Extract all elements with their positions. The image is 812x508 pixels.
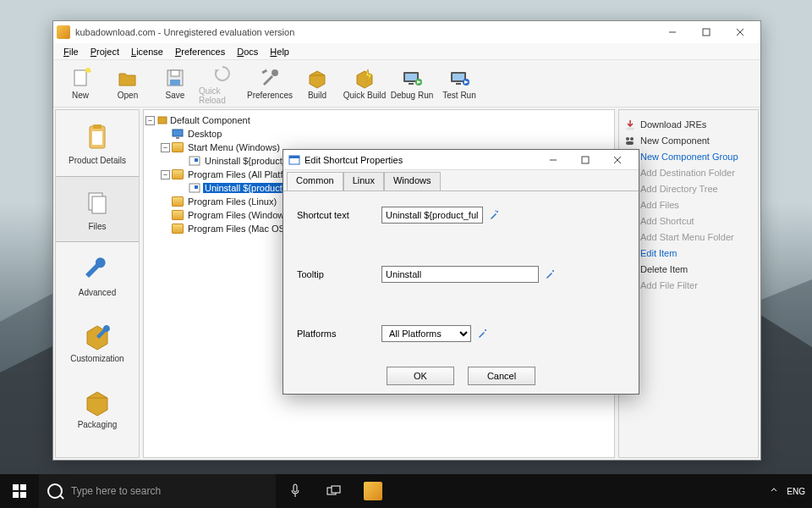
wrench-icon bbox=[82, 254, 112, 284]
action-new-component[interactable]: New Component bbox=[624, 133, 753, 148]
nav-packaging[interactable]: Packaging bbox=[56, 374, 139, 440]
expand-icon[interactable]: − bbox=[161, 170, 170, 179]
edit-shortcut-dialog: Edit Shortcut Properties CommonLinuxWind… bbox=[283, 149, 639, 395]
cancel-button[interactable]: Cancel bbox=[468, 367, 535, 385]
wand-icon[interactable] bbox=[476, 328, 488, 340]
svg-rect-71 bbox=[20, 484, 26, 490]
svg-rect-20 bbox=[405, 74, 417, 80]
action-add-file-filter: Add File Filter bbox=[624, 278, 753, 293]
menu-project[interactable]: Project bbox=[85, 45, 124, 58]
taskbar-app-icon[interactable] bbox=[354, 474, 392, 508]
svg-point-8 bbox=[85, 68, 91, 73]
close-button[interactable] bbox=[723, 22, 757, 42]
svg-point-68 bbox=[552, 270, 554, 272]
minimize-button[interactable] bbox=[656, 22, 689, 42]
tab-windows[interactable]: Windows bbox=[384, 172, 441, 190]
toolbar: NewOpenSaveQuick ReloadPreferencesBuildQ… bbox=[53, 60, 760, 108]
svg-rect-11 bbox=[170, 80, 180, 86]
menu-docs[interactable]: Docs bbox=[232, 45, 263, 58]
expand-icon[interactable]: − bbox=[145, 116, 155, 125]
nav-files[interactable]: Files bbox=[56, 176, 139, 242]
save-icon bbox=[164, 67, 186, 89]
svg-point-66 bbox=[497, 211, 498, 213]
start-button[interactable] bbox=[0, 474, 39, 508]
language-indicator[interactable]: ENG bbox=[787, 487, 805, 496]
menu-preferences[interactable]: Preferences bbox=[170, 45, 230, 58]
svg-point-67 bbox=[495, 210, 496, 211]
menu-license[interactable]: License bbox=[126, 45, 168, 58]
svg-rect-70 bbox=[13, 484, 19, 490]
toolbar-build[interactable]: Build bbox=[294, 63, 341, 105]
dialog-close-button[interactable] bbox=[601, 151, 634, 169]
cortana-mic-icon[interactable] bbox=[276, 474, 315, 508]
tray-chevron-icon[interactable] bbox=[770, 486, 778, 496]
action-new-component-group[interactable]: New Component Group bbox=[624, 149, 753, 164]
left-nav: Product DetailsFilesAdvancedCustomizatio… bbox=[55, 109, 140, 458]
box-icon bbox=[82, 386, 112, 417]
taskbar-search[interactable]: Type here to search bbox=[39, 474, 276, 508]
action-edit-item[interactable]: Edit Item bbox=[624, 246, 753, 261]
svg-point-46 bbox=[630, 137, 634, 141]
toolbar-new[interactable]: New bbox=[57, 63, 104, 105]
nav-advanced[interactable]: Advanced bbox=[56, 242, 139, 308]
menu-help[interactable]: Help bbox=[265, 45, 294, 58]
titlebar[interactable]: kubadownload.com - Unregistered evaluati… bbox=[53, 21, 760, 43]
menubar: FileProjectLicensePreferencesDocsHelp bbox=[53, 43, 760, 60]
task-view-icon[interactable] bbox=[315, 474, 354, 508]
desktop-icon bbox=[172, 129, 184, 139]
tooltip-input[interactable] bbox=[381, 266, 539, 283]
action-add-start-menu-folder: Add Start Menu Folder bbox=[624, 229, 753, 245]
toolbar-open[interactable]: Open bbox=[104, 63, 151, 105]
svg-rect-6 bbox=[74, 70, 86, 86]
dialog-tabs: CommonLinuxWindows bbox=[283, 172, 639, 190]
svg-point-69 bbox=[485, 329, 486, 331]
nav-customization[interactable]: Customization bbox=[56, 308, 139, 374]
shortcut-text-input[interactable] bbox=[381, 207, 483, 224]
download-icon bbox=[624, 119, 636, 130]
toolbar-test-run[interactable]: Test Run bbox=[436, 63, 483, 105]
svg-rect-25 bbox=[453, 74, 464, 80]
tab-common[interactable]: Common bbox=[287, 172, 343, 190]
expand-icon[interactable]: − bbox=[161, 143, 170, 152]
system-tray[interactable]: ENG bbox=[763, 486, 812, 496]
toolbar-save[interactable]: Save bbox=[151, 63, 199, 105]
svg-rect-73 bbox=[20, 492, 26, 498]
tree-item[interactable]: Desktop bbox=[145, 127, 612, 141]
platforms-label: Platforms bbox=[297, 329, 381, 339]
menu-file[interactable]: File bbox=[58, 45, 84, 58]
dialog-minimize-button[interactable] bbox=[537, 151, 569, 169]
folder-icon bbox=[172, 142, 184, 152]
action-delete-item[interactable]: Delete Item bbox=[624, 262, 753, 277]
wand-icon[interactable] bbox=[488, 209, 500, 221]
shortcut-icon bbox=[189, 156, 200, 166]
action-download-jres[interactable]: Download JREs bbox=[624, 117, 753, 132]
tooltip-label: Tooltip bbox=[297, 269, 381, 279]
tab-linux[interactable]: Linux bbox=[343, 172, 384, 190]
dialog-maximize-button[interactable] bbox=[569, 151, 601, 169]
svg-rect-47 bbox=[626, 141, 634, 145]
svg-rect-10 bbox=[171, 70, 179, 76]
svg-rect-72 bbox=[13, 492, 19, 498]
ok-button[interactable]: OK bbox=[387, 367, 454, 385]
svg-rect-26 bbox=[456, 83, 461, 85]
files-icon bbox=[82, 188, 112, 218]
svg-point-44 bbox=[626, 128, 634, 130]
folder-icon bbox=[172, 169, 184, 179]
dialog-titlebar[interactable]: Edit Shortcut Properties bbox=[283, 150, 639, 170]
maximize-button[interactable] bbox=[689, 22, 723, 42]
svg-point-45 bbox=[626, 137, 629, 141]
nav-product-details[interactable]: Product Details bbox=[56, 110, 139, 176]
toolbar-preferences[interactable]: Preferences bbox=[246, 63, 294, 105]
svg-rect-3 bbox=[703, 29, 710, 36]
wand-icon[interactable] bbox=[544, 268, 556, 280]
platforms-select[interactable]: All Platforms bbox=[381, 325, 471, 342]
trun-icon bbox=[448, 67, 470, 89]
svg-rect-31 bbox=[92, 131, 102, 145]
qbuild-icon bbox=[354, 67, 376, 89]
shortcut-icon bbox=[189, 183, 200, 193]
tree-root[interactable]: −Default Component bbox=[145, 113, 612, 127]
prefs-icon bbox=[259, 67, 281, 89]
toolbar-quick-build[interactable]: Quick Build bbox=[341, 63, 388, 105]
box-wrench-icon bbox=[82, 320, 112, 351]
toolbar-debug-run[interactable]: Debug Run bbox=[388, 63, 436, 105]
